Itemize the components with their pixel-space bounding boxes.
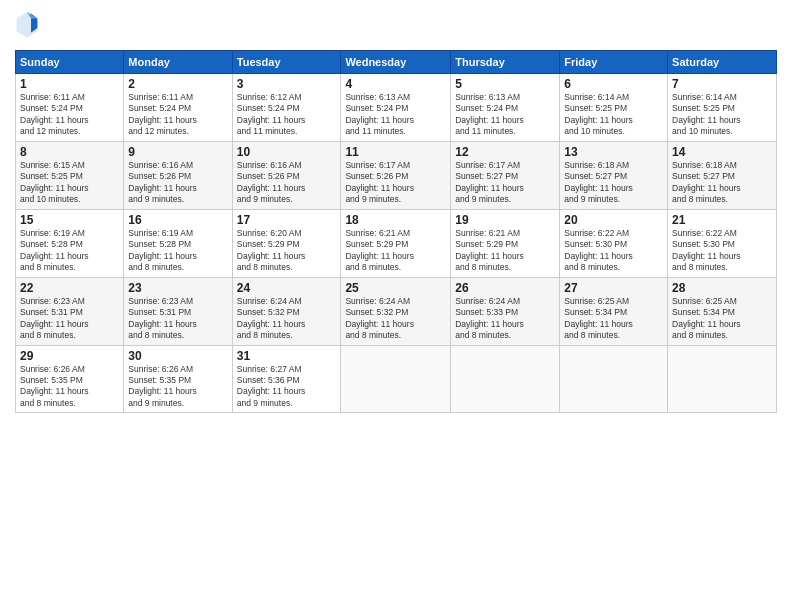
calendar-cell: 23Sunrise: 6:23 AM Sunset: 5:31 PM Dayli… (124, 277, 232, 345)
calendar-cell: 3Sunrise: 6:12 AM Sunset: 5:24 PM Daylig… (232, 74, 341, 142)
calendar-cell: 5Sunrise: 6:13 AM Sunset: 5:24 PM Daylig… (451, 74, 560, 142)
calendar-week-5: 29Sunrise: 6:26 AM Sunset: 5:35 PM Dayli… (16, 345, 777, 413)
calendar-cell (451, 345, 560, 413)
day-info: Sunrise: 6:25 AM Sunset: 5:34 PM Dayligh… (672, 296, 772, 342)
logo (15, 10, 41, 42)
day-info: Sunrise: 6:13 AM Sunset: 5:24 PM Dayligh… (345, 92, 446, 138)
calendar-table: SundayMondayTuesdayWednesdayThursdayFrid… (15, 50, 777, 413)
day-info: Sunrise: 6:15 AM Sunset: 5:25 PM Dayligh… (20, 160, 119, 206)
day-number: 3 (237, 77, 337, 91)
calendar-cell: 4Sunrise: 6:13 AM Sunset: 5:24 PM Daylig… (341, 74, 451, 142)
day-number: 5 (455, 77, 555, 91)
day-info: Sunrise: 6:26 AM Sunset: 5:35 PM Dayligh… (20, 364, 119, 410)
day-number: 25 (345, 281, 446, 295)
day-header-friday: Friday (560, 51, 668, 74)
day-number: 10 (237, 145, 337, 159)
day-info: Sunrise: 6:17 AM Sunset: 5:26 PM Dayligh… (345, 160, 446, 206)
day-number: 4 (345, 77, 446, 91)
calendar-cell (668, 345, 777, 413)
day-number: 21 (672, 213, 772, 227)
calendar-cell: 6Sunrise: 6:14 AM Sunset: 5:25 PM Daylig… (560, 74, 668, 142)
day-number: 17 (237, 213, 337, 227)
day-info: Sunrise: 6:27 AM Sunset: 5:36 PM Dayligh… (237, 364, 337, 410)
day-info: Sunrise: 6:26 AM Sunset: 5:35 PM Dayligh… (128, 364, 227, 410)
day-number: 22 (20, 281, 119, 295)
day-number: 29 (20, 349, 119, 363)
calendar-cell: 21Sunrise: 6:22 AM Sunset: 5:30 PM Dayli… (668, 209, 777, 277)
calendar-cell: 18Sunrise: 6:21 AM Sunset: 5:29 PM Dayli… (341, 209, 451, 277)
day-info: Sunrise: 6:11 AM Sunset: 5:24 PM Dayligh… (128, 92, 227, 138)
day-info: Sunrise: 6:20 AM Sunset: 5:29 PM Dayligh… (237, 228, 337, 274)
day-header-tuesday: Tuesday (232, 51, 341, 74)
day-number: 6 (564, 77, 663, 91)
calendar-week-2: 8Sunrise: 6:15 AM Sunset: 5:25 PM Daylig… (16, 141, 777, 209)
day-number: 15 (20, 213, 119, 227)
day-info: Sunrise: 6:24 AM Sunset: 5:32 PM Dayligh… (237, 296, 337, 342)
day-info: Sunrise: 6:21 AM Sunset: 5:29 PM Dayligh… (455, 228, 555, 274)
day-number: 16 (128, 213, 227, 227)
calendar-cell: 2Sunrise: 6:11 AM Sunset: 5:24 PM Daylig… (124, 74, 232, 142)
day-number: 8 (20, 145, 119, 159)
day-number: 12 (455, 145, 555, 159)
day-info: Sunrise: 6:19 AM Sunset: 5:28 PM Dayligh… (128, 228, 227, 274)
calendar-cell: 8Sunrise: 6:15 AM Sunset: 5:25 PM Daylig… (16, 141, 124, 209)
calendar-week-1: 1Sunrise: 6:11 AM Sunset: 5:24 PM Daylig… (16, 74, 777, 142)
day-number: 26 (455, 281, 555, 295)
day-number: 19 (455, 213, 555, 227)
day-number: 14 (672, 145, 772, 159)
calendar-cell: 10Sunrise: 6:16 AM Sunset: 5:26 PM Dayli… (232, 141, 341, 209)
calendar-cell: 11Sunrise: 6:17 AM Sunset: 5:26 PM Dayli… (341, 141, 451, 209)
calendar-cell: 7Sunrise: 6:14 AM Sunset: 5:25 PM Daylig… (668, 74, 777, 142)
day-info: Sunrise: 6:23 AM Sunset: 5:31 PM Dayligh… (128, 296, 227, 342)
day-number: 20 (564, 213, 663, 227)
calendar-cell: 30Sunrise: 6:26 AM Sunset: 5:35 PM Dayli… (124, 345, 232, 413)
calendar-cell: 14Sunrise: 6:18 AM Sunset: 5:27 PM Dayli… (668, 141, 777, 209)
calendar-cell (341, 345, 451, 413)
day-info: Sunrise: 6:16 AM Sunset: 5:26 PM Dayligh… (128, 160, 227, 206)
page-container: SundayMondayTuesdayWednesdayThursdayFrid… (0, 0, 792, 423)
calendar-cell: 13Sunrise: 6:18 AM Sunset: 5:27 PM Dayli… (560, 141, 668, 209)
day-header-monday: Monday (124, 51, 232, 74)
day-info: Sunrise: 6:22 AM Sunset: 5:30 PM Dayligh… (672, 228, 772, 274)
day-info: Sunrise: 6:18 AM Sunset: 5:27 PM Dayligh… (672, 160, 772, 206)
day-info: Sunrise: 6:19 AM Sunset: 5:28 PM Dayligh… (20, 228, 119, 274)
calendar-week-3: 15Sunrise: 6:19 AM Sunset: 5:28 PM Dayli… (16, 209, 777, 277)
calendar-cell: 1Sunrise: 6:11 AM Sunset: 5:24 PM Daylig… (16, 74, 124, 142)
calendar-week-4: 22Sunrise: 6:23 AM Sunset: 5:31 PM Dayli… (16, 277, 777, 345)
day-info: Sunrise: 6:21 AM Sunset: 5:29 PM Dayligh… (345, 228, 446, 274)
day-info: Sunrise: 6:17 AM Sunset: 5:27 PM Dayligh… (455, 160, 555, 206)
day-number: 1 (20, 77, 119, 91)
day-number: 13 (564, 145, 663, 159)
calendar-cell: 25Sunrise: 6:24 AM Sunset: 5:32 PM Dayli… (341, 277, 451, 345)
day-number: 30 (128, 349, 227, 363)
calendar-cell: 27Sunrise: 6:25 AM Sunset: 5:34 PM Dayli… (560, 277, 668, 345)
header (15, 10, 777, 42)
day-info: Sunrise: 6:11 AM Sunset: 5:24 PM Dayligh… (20, 92, 119, 138)
calendar-cell (560, 345, 668, 413)
calendar-cell: 9Sunrise: 6:16 AM Sunset: 5:26 PM Daylig… (124, 141, 232, 209)
calendar-cell: 12Sunrise: 6:17 AM Sunset: 5:27 PM Dayli… (451, 141, 560, 209)
day-info: Sunrise: 6:14 AM Sunset: 5:25 PM Dayligh… (564, 92, 663, 138)
day-info: Sunrise: 6:24 AM Sunset: 5:32 PM Dayligh… (345, 296, 446, 342)
calendar-cell: 31Sunrise: 6:27 AM Sunset: 5:36 PM Dayli… (232, 345, 341, 413)
calendar-cell: 28Sunrise: 6:25 AM Sunset: 5:34 PM Dayli… (668, 277, 777, 345)
day-info: Sunrise: 6:18 AM Sunset: 5:27 PM Dayligh… (564, 160, 663, 206)
day-info: Sunrise: 6:16 AM Sunset: 5:26 PM Dayligh… (237, 160, 337, 206)
day-header-thursday: Thursday (451, 51, 560, 74)
day-info: Sunrise: 6:14 AM Sunset: 5:25 PM Dayligh… (672, 92, 772, 138)
calendar-cell: 15Sunrise: 6:19 AM Sunset: 5:28 PM Dayli… (16, 209, 124, 277)
day-number: 31 (237, 349, 337, 363)
day-number: 24 (237, 281, 337, 295)
day-number: 23 (128, 281, 227, 295)
calendar-cell: 16Sunrise: 6:19 AM Sunset: 5:28 PM Dayli… (124, 209, 232, 277)
day-info: Sunrise: 6:23 AM Sunset: 5:31 PM Dayligh… (20, 296, 119, 342)
day-info: Sunrise: 6:12 AM Sunset: 5:24 PM Dayligh… (237, 92, 337, 138)
calendar-cell: 20Sunrise: 6:22 AM Sunset: 5:30 PM Dayli… (560, 209, 668, 277)
day-info: Sunrise: 6:24 AM Sunset: 5:33 PM Dayligh… (455, 296, 555, 342)
calendar-cell: 29Sunrise: 6:26 AM Sunset: 5:35 PM Dayli… (16, 345, 124, 413)
calendar-cell: 17Sunrise: 6:20 AM Sunset: 5:29 PM Dayli… (232, 209, 341, 277)
calendar-cell: 26Sunrise: 6:24 AM Sunset: 5:33 PM Dayli… (451, 277, 560, 345)
logo-icon (15, 10, 39, 38)
day-number: 27 (564, 281, 663, 295)
day-number: 9 (128, 145, 227, 159)
